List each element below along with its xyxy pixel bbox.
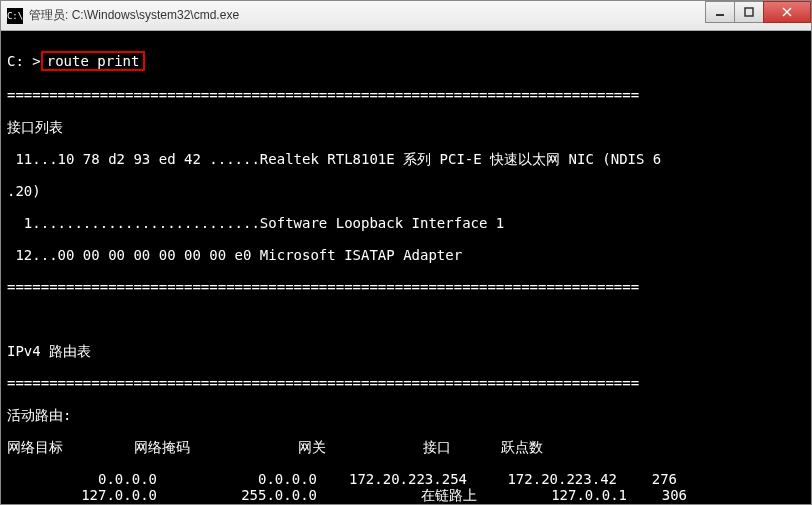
route-row: 0.0.0.00.0.0.0172.20.223.254172.20.223.4… (7, 471, 805, 487)
hdr-gw: 网关 (232, 439, 392, 455)
prompt-prefix: C: > (7, 53, 41, 69)
divider: ========================================… (7, 279, 805, 295)
blank-line (7, 311, 805, 327)
interface-line: 12...00 00 00 00 00 00 00 e0 Microsoft I… (7, 247, 805, 263)
route-metric: 306 (627, 503, 687, 504)
command-highlight: route print (41, 51, 146, 71)
interface-list-title: 接口列表 (7, 119, 805, 135)
prompt-line: C: >route print (7, 51, 805, 71)
cmd-icon: C:\ (7, 8, 23, 24)
route-header-row: 网络目标网络掩码网关接口跃点数 (7, 439, 805, 455)
window-buttons (706, 1, 811, 23)
route-interface: 127.0.0.1 (477, 487, 627, 503)
console-output[interactable]: C: >route print ========================… (1, 31, 811, 504)
interface-line: 11...10 78 d2 93 ed 42 ......Realtek RTL… (7, 151, 805, 167)
close-icon (782, 7, 792, 17)
route-metric: 276 (617, 471, 677, 487)
ipv4-title: IPv4 路由表 (7, 343, 805, 359)
interface-line: 1...........................Software Loo… (7, 215, 805, 231)
divider: ========================================… (7, 375, 805, 391)
svg-rect-1 (745, 8, 753, 16)
route-gateway: 在链路上 (317, 503, 477, 504)
route-dest: 127.0.0.0 (7, 487, 157, 503)
route-gateway: 172.20.223.254 (317, 471, 467, 487)
close-button[interactable] (763, 1, 811, 23)
hdr-mask: 网络掩码 (92, 439, 232, 455)
minimize-icon (715, 7, 725, 17)
minimize-button[interactable] (705, 1, 735, 23)
route-table-body: 0.0.0.00.0.0.0172.20.223.254172.20.223.4… (7, 471, 805, 504)
title-bar[interactable]: C:\ 管理员: C:\Windows\system32\cmd.exe (1, 1, 811, 31)
route-row: 127.0.0.0255.0.0.0在链路上127.0.0.1306 (7, 487, 805, 503)
route-dest: 127.0.0.1 (7, 503, 157, 504)
route-mask: 255.255.255.255 (157, 503, 317, 504)
route-dest: 0.0.0.0 (7, 471, 157, 487)
cmd-window: C:\ 管理员: C:\Windows\system32\cmd.exe C: … (0, 0, 812, 505)
interface-line: .20) (7, 183, 805, 199)
route-interface: 172.20.223.42 (467, 471, 617, 487)
maximize-button[interactable] (734, 1, 764, 23)
window-title: 管理员: C:\Windows\system32\cmd.exe (29, 7, 706, 24)
active-routes-label: 活动路由: (7, 407, 805, 423)
route-row: 127.0.0.1255.255.255.255在链路上127.0.0.1306 (7, 503, 805, 504)
route-mask: 0.0.0.0 (157, 471, 317, 487)
route-interface: 127.0.0.1 (477, 503, 627, 504)
hdr-if: 接口 (392, 439, 482, 455)
route-gateway: 在链路上 (317, 487, 477, 503)
hdr-met: 跃点数 (482, 439, 562, 455)
divider: ========================================… (7, 87, 805, 103)
maximize-icon (744, 7, 754, 17)
hdr-dest: 网络目标 (7, 439, 92, 455)
route-mask: 255.0.0.0 (157, 487, 317, 503)
route-metric: 306 (627, 487, 687, 503)
